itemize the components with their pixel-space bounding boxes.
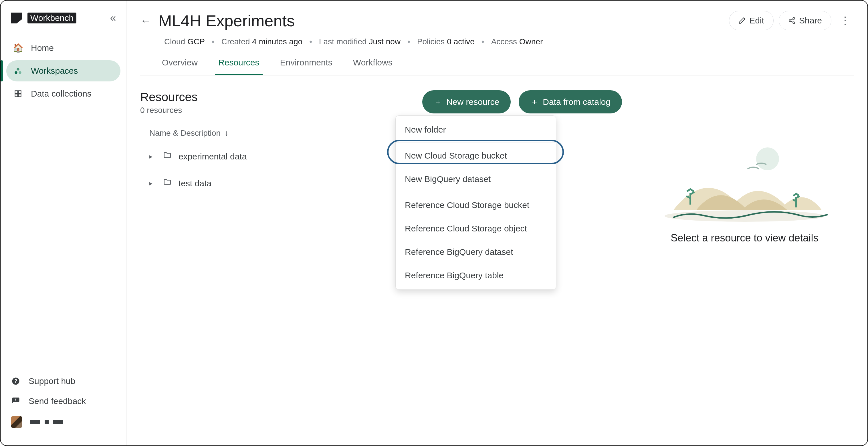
nav-label: Workspaces — [31, 66, 78, 76]
avatar — [11, 416, 22, 428]
folder-icon — [163, 178, 172, 188]
svg-text:?: ? — [14, 378, 18, 384]
svg-point-9 — [793, 18, 795, 19]
col-label: Name & Description — [149, 129, 221, 138]
new-resource-button[interactable]: ＋ New resource — [422, 90, 511, 113]
meta-label: Access — [491, 37, 517, 46]
svg-rect-6 — [18, 94, 21, 97]
nav-data-collections[interactable]: Data collections — [6, 83, 120, 104]
svg-rect-5 — [15, 94, 18, 97]
meta-value: 4 minutes ago — [252, 37, 302, 46]
tabs: Overview Resources Environments Workflow… — [140, 52, 854, 75]
meta-value: GCP — [187, 37, 205, 46]
meta-label: Policies — [417, 37, 444, 46]
svg-rect-3 — [15, 91, 18, 94]
nav-workspaces[interactable]: Workspaces — [6, 60, 120, 81]
dd-ref-cloud-storage-bucket[interactable]: Reference Cloud Storage bucket — [396, 194, 556, 217]
home-icon: 🏠 — [13, 43, 23, 53]
workspaces-icon — [13, 67, 23, 75]
meta-value: Just now — [369, 37, 401, 46]
resources-count: 0 resources — [140, 106, 198, 115]
more-menu-icon[interactable]: ⋮ — [837, 11, 854, 30]
svg-point-10 — [789, 20, 791, 22]
brand-label: Workbench — [28, 12, 76, 24]
tab-resources[interactable]: Resources — [215, 52, 262, 75]
details-panel: Select a resource to view details — [636, 79, 853, 445]
meta-row: CloudGCP • Created4 minutes ago • Last m… — [140, 30, 854, 52]
tab-overview[interactable]: Overview — [158, 52, 201, 75]
svg-point-2 — [17, 68, 19, 71]
plus-icon: ＋ — [530, 96, 539, 108]
tab-workflows[interactable]: Workflows — [350, 52, 396, 75]
meta-value: Owner — [519, 37, 543, 46]
meta-label: Last modified — [319, 37, 367, 46]
sort-down-icon: ↓ — [224, 129, 228, 138]
catalog-label: Data from catalog — [543, 97, 611, 107]
dd-new-bigquery-dataset[interactable]: New BigQuery dataset — [396, 167, 556, 191]
row-label: test data — [179, 179, 211, 188]
data-from-catalog-button[interactable]: ＋ Data from catalog — [519, 90, 622, 113]
page-title: ML4H Experiments — [158, 11, 295, 30]
share-button[interactable]: Share — [779, 11, 831, 30]
dd-ref-cloud-storage-object[interactable]: Reference Cloud Storage object — [396, 217, 556, 240]
svg-rect-4 — [18, 91, 21, 94]
back-arrow-icon[interactable]: ← — [140, 14, 152, 27]
dd-new-folder[interactable]: New folder — [396, 118, 556, 141]
svg-point-1 — [19, 71, 21, 74]
svg-point-11 — [793, 22, 795, 24]
nav-label: Data collections — [31, 89, 92, 99]
share-icon — [788, 17, 796, 24]
nav-label: Home — [31, 43, 54, 53]
new-resource-dropdown: New folder New Cloud Storage bucket New … — [395, 115, 556, 290]
collapse-sidebar-icon[interactable]: « — [110, 12, 116, 24]
edit-button[interactable]: Edit — [729, 11, 774, 30]
details-empty-text: Select a resource to view details — [671, 232, 818, 244]
resources-title: Resources — [140, 90, 198, 104]
brand-icon — [11, 12, 22, 24]
send-feedback-link[interactable]: Send feedback — [11, 391, 116, 411]
plus-icon: ＋ — [434, 96, 442, 108]
expand-caret-icon[interactable]: ▸ — [149, 180, 156, 187]
edit-label: Edit — [749, 16, 764, 26]
folder-icon — [163, 151, 172, 162]
meta-label: Created — [221, 37, 250, 46]
main: ← ML4H Experiments Edit Share ⋮ CloudGCP — [126, 1, 867, 445]
meta-value: 0 active — [447, 37, 475, 46]
user-name-redacted — [30, 420, 63, 424]
sidebar: Workbench « 🏠 Home Workspaces Data colle… — [1, 1, 126, 445]
grid-icon — [13, 90, 23, 98]
nav-home[interactable]: 🏠 Home — [6, 37, 120, 59]
user-account[interactable] — [11, 411, 116, 433]
dd-new-cloud-storage-bucket[interactable]: New Cloud Storage bucket — [396, 144, 556, 167]
help-icon: ? — [11, 377, 21, 385]
feedback-label: Send feedback — [29, 396, 86, 406]
svg-point-13 — [756, 147, 779, 170]
dd-ref-bigquery-dataset[interactable]: Reference BigQuery dataset — [396, 240, 556, 264]
feedback-icon — [11, 397, 21, 405]
dd-ref-bigquery-table[interactable]: Reference BigQuery table — [396, 264, 556, 287]
pencil-icon — [738, 17, 746, 24]
new-resource-label: New resource — [446, 97, 499, 107]
expand-caret-icon[interactable]: ▸ — [149, 153, 156, 160]
row-label: experimental data — [179, 152, 247, 162]
share-label: Share — [799, 16, 822, 26]
support-label: Support hub — [29, 376, 75, 386]
support-hub-link[interactable]: ? Support hub — [11, 371, 116, 391]
tab-environments[interactable]: Environments — [276, 52, 336, 75]
meta-label: Cloud — [164, 37, 185, 46]
empty-illustration — [662, 136, 828, 222]
svg-point-0 — [14, 71, 17, 74]
